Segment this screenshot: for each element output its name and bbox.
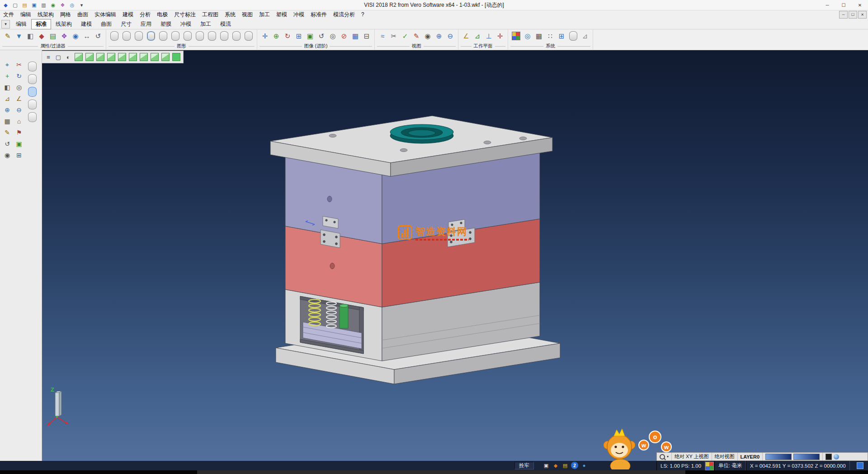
layer-filter-icon[interactable]: ▤ — [47, 31, 58, 42]
viewport-3d[interactable]: Z ≡▢◐ 智造资料网 — [42, 50, 868, 461]
undo-icon[interactable]: ↺ — [2, 139, 12, 149]
tab-mold[interactable]: 塑膜 — [156, 19, 176, 29]
display-style-3-icon[interactable] — [28, 87, 37, 97]
menu-flow-analysis[interactable]: 模流分析 — [330, 10, 358, 19]
verify-icon[interactable]: ✓ — [400, 31, 410, 42]
cube-iso-icon[interactable] — [172, 53, 180, 61]
cube-top-icon[interactable] — [107, 53, 115, 61]
triangle-icon[interactable]: ⊿ — [2, 94, 12, 104]
dynamic-zoom-icon[interactable]: ⊕ — [271, 31, 282, 42]
menu-help[interactable]: ? — [358, 10, 368, 19]
grid-icon[interactable]: ▦ — [2, 116, 12, 126]
menu-dimension[interactable]: 尺寸标注 — [171, 10, 199, 19]
tab-edit[interactable]: 编辑 — [11, 19, 31, 29]
zoom-out-view-icon[interactable]: ⊖ — [445, 31, 456, 42]
child-close-button[interactable]: ✕ — [858, 11, 867, 19]
reflect-display-icon[interactable] — [220, 31, 228, 41]
zoom-in-view-icon[interactable]: ⊕ — [434, 31, 444, 42]
menu-electrode[interactable]: 电极 — [154, 10, 171, 19]
magnet-icon[interactable]: ◆ — [36, 31, 47, 42]
cube-bottom-icon[interactable] — [161, 53, 170, 61]
status-info-icon[interactable]: ● — [580, 462, 588, 469]
angle-icon[interactable]: ∠ — [14, 94, 24, 104]
tab-wireframe[interactable]: 线架构 — [51, 19, 76, 29]
circle-icon[interactable]: ◎ — [14, 82, 24, 92]
taskbar[interactable] — [0, 470, 868, 474]
selection-mask-icon[interactable]: ◧ — [25, 31, 36, 42]
shaded-cylinder-icon[interactable] — [147, 31, 155, 41]
guide-pin-green[interactable] — [340, 304, 348, 329]
menu-system[interactable]: 系统 — [222, 10, 239, 19]
light-display-icon[interactable] — [245, 31, 253, 41]
tab-machining[interactable]: 加工 — [196, 19, 216, 29]
ucs-cube-icon[interactable] — [705, 462, 714, 470]
cube-wireframe-icon[interactable] — [85, 53, 94, 61]
annotate-icon[interactable]: ✎ — [411, 31, 422, 42]
dashed-hidden-cylinder-icon[interactable] — [135, 31, 143, 41]
maximize-button[interactable]: ☐ — [835, 0, 852, 10]
workplane-xy-icon[interactable]: ∠ — [461, 31, 472, 42]
cube-back-icon[interactable] — [151, 53, 159, 61]
display-style-5-icon[interactable] — [28, 112, 37, 122]
rotate-icon[interactable]: ↻ — [14, 71, 24, 81]
add-icon[interactable]: + — [2, 71, 12, 81]
active-layer[interactable]: LAYER0 — [738, 453, 763, 460]
locating-ring[interactable] — [390, 124, 453, 143]
child-restore-button[interactable]: ☐ — [849, 11, 857, 19]
dark-swatch-icon[interactable] — [826, 454, 832, 460]
display-style-1-icon[interactable] — [28, 62, 37, 71]
workplane-yz-icon[interactable]: ⊥ — [483, 31, 494, 42]
properties-icon[interactable]: ✎ — [2, 31, 13, 42]
dynamic-pan-icon[interactable]: ✛ — [259, 31, 270, 42]
table-icon[interactable]: ▦ — [533, 31, 544, 42]
snap-lock-toggle[interactable]: 拴牢 — [514, 462, 534, 469]
zoom-out-icon[interactable]: ⊖ — [14, 105, 24, 115]
menu-edit[interactable]: 编辑 — [17, 10, 34, 19]
previous-view-icon[interactable]: ↺ — [316, 31, 327, 42]
box-display-icon[interactable] — [196, 31, 204, 41]
home-view-icon[interactable]: ⌂ — [14, 116, 24, 126]
display-style-2-icon[interactable] — [28, 74, 37, 84]
dynamic-rotate-icon[interactable]: ↻ — [282, 31, 293, 42]
status-help-icon[interactable]: 2 — [571, 462, 578, 469]
status-save-icon[interactable]: ▣ — [542, 462, 550, 469]
status-mail-icon[interactable]: ▤ — [561, 462, 569, 469]
tab-die[interactable]: 冲模 — [176, 19, 196, 29]
status-alert-icon[interactable]: ◆ — [552, 462, 559, 469]
database-icon[interactable] — [569, 31, 577, 41]
menu-wireframe[interactable]: 线架构 — [34, 10, 57, 19]
child-minimize-button[interactable]: ─ — [839, 11, 848, 19]
menu-machining[interactable]: 加工 — [256, 10, 273, 19]
eye-icon[interactable]: ◉ — [422, 31, 433, 42]
view-mode[interactable]: 绝对视图 — [712, 453, 738, 460]
clip-view-icon[interactable]: ✂ — [388, 31, 399, 42]
cube-front-icon[interactable] — [118, 53, 126, 61]
snap-grid-icon[interactable]: ∷ — [545, 31, 556, 42]
cube-hidden-icon[interactable] — [96, 53, 104, 61]
redraw-icon[interactable]: ◎ — [327, 31, 338, 42]
calculator-icon[interactable]: ⊞ — [556, 31, 567, 42]
visibility-icon[interactable]: ◉ — [70, 31, 81, 42]
world-icon[interactable]: ◎ — [522, 31, 533, 42]
tab-dropdown-icon[interactable]: ▾ — [1, 20, 10, 28]
shaded-sphere-icon[interactable]: ◐ — [64, 52, 73, 62]
close-button[interactable]: ✕ — [852, 0, 868, 10]
trim-icon[interactable]: ✂ — [14, 60, 24, 70]
color-filter-icon[interactable]: ❖ — [59, 31, 70, 42]
menu-mold[interactable]: 塑模 — [273, 10, 290, 19]
sphere-icon[interactable] — [834, 454, 839, 460]
tab-modeling[interactable]: 建模 — [76, 19, 96, 29]
workplane-custom-icon[interactable]: ✛ — [495, 31, 505, 42]
cube-right-icon[interactable] — [140, 53, 148, 61]
zoom-window-icon[interactable]: ⊞ — [293, 31, 304, 42]
tab-dimension[interactable]: 尺寸 — [116, 19, 136, 29]
tab-application[interactable]: 应用 — [136, 19, 156, 29]
view-menu-icon[interactable]: ≡ — [44, 52, 53, 62]
bg-gradient-swatch-2[interactable] — [793, 454, 820, 460]
display-style-4-icon[interactable] — [28, 100, 37, 109]
hidden-line-cylinder-icon[interactable] — [123, 31, 131, 41]
sketch-icon[interactable]: ✎ — [2, 128, 12, 137]
wireframe-cylinder-icon[interactable] — [110, 31, 118, 41]
cube-left-icon[interactable] — [129, 53, 137, 61]
matrix-icon[interactable]: ⊞ — [14, 150, 24, 160]
